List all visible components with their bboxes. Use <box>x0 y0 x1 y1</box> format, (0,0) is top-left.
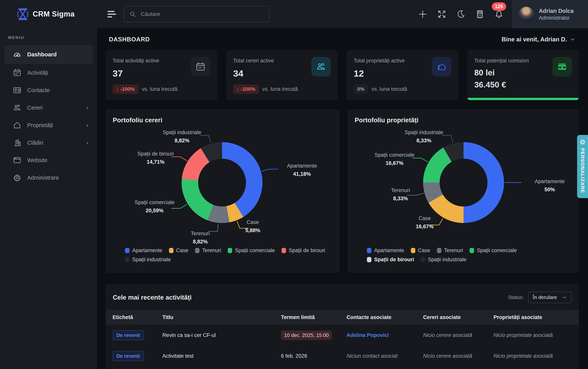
status-badge: De revenit <box>113 330 144 340</box>
legend-item[interactable]: Spații de birouri <box>367 257 414 263</box>
sidebar-item-cladiri[interactable]: Clădiri › <box>4 134 93 152</box>
fullscreen-button[interactable] <box>437 10 446 19</box>
legend-item[interactable]: Apartamente <box>125 247 162 254</box>
home-icon <box>13 121 21 130</box>
notifications-badge: 125 <box>492 2 506 11</box>
legend-label: Spații industriale <box>428 257 466 263</box>
sidebar-item-label: Proprietăți <box>27 122 53 129</box>
stat-card-cereri: Total cereri active 34 ↓-100% vs. luna t… <box>226 50 338 100</box>
sidebar-item-website[interactable]: Website <box>4 152 93 169</box>
chart-title: Portofoliu cereri <box>113 116 162 124</box>
legend-item[interactable]: Apartamente <box>367 247 404 254</box>
sidebar-item-activitati[interactable]: Activități <box>4 64 93 82</box>
personalize-tab[interactable]: ⚙ PERSONALIZARE <box>577 135 588 198</box>
search-box <box>124 6 269 22</box>
search-input[interactable] <box>124 6 269 22</box>
sidebar-nav: Dashboard Activități Contacte Cereri › P… <box>0 45 97 186</box>
gear-icon: ⚙ <box>580 139 586 145</box>
sidebar-item-label: Administrare <box>27 174 59 181</box>
legend-label: Spații de birouri <box>289 247 325 254</box>
status-label: Status: <box>508 294 524 300</box>
request-empty: Nicio cerere asociată <box>423 332 472 338</box>
hourglass-logo-icon <box>17 8 29 20</box>
col-proprietati: Proprietăți asociate <box>494 314 579 320</box>
table-row[interactable]: De revenitActivitate test6 feb. 2026Nici… <box>106 346 579 367</box>
chevron-right-icon: › <box>86 139 88 146</box>
stat-card-comision: Total potențial comision 80 lei 36.450 € <box>467 50 579 100</box>
slice-label-terenuri: Terenuri8,33% <box>377 186 424 203</box>
user-profile-button[interactable]: Adrian Dolca Administrator <box>512 0 588 28</box>
sidebar-item-label: Dashboard <box>27 51 57 58</box>
status-value: În derulare <box>533 294 557 300</box>
legend-swatch <box>125 248 130 253</box>
dark-mode-button[interactable] <box>456 10 465 19</box>
legend-swatch <box>470 248 474 253</box>
legend-item[interactable]: Case <box>169 247 188 254</box>
table-body: De revenitRevin ca sa-i cer CF-ul10 dec.… <box>106 325 579 367</box>
sidebar: CRM Sigma MENIU Dashboard Activități Con… <box>0 0 97 369</box>
slice-label-apartamente: Apartamente41,18% <box>279 162 325 178</box>
legend-item[interactable]: Spații comerciale <box>228 247 275 254</box>
sidebar-item-administrare[interactable]: Administrare <box>4 169 93 186</box>
legend-swatch <box>421 257 425 262</box>
donut-chart-proprietati[interactable] <box>423 142 504 223</box>
legend-item[interactable]: Spații de birouri <box>282 247 325 254</box>
notifications-button[interactable]: 125 <box>495 10 503 19</box>
legend-item[interactable]: Terenuri <box>437 247 463 254</box>
sidebar-item-contacte[interactable]: Contacte <box>4 82 93 99</box>
chevron-down-icon <box>570 37 576 42</box>
app-logo[interactable]: CRM Sigma <box>0 0 97 28</box>
chevron-down-icon <box>562 295 567 300</box>
portfolio-proprietati-panel: Portofoliu proprietăți Apartamente50% Ca… <box>348 109 579 273</box>
slice-label-industriale: Spații industriale8,82% <box>159 129 205 145</box>
recent-activities-panel: Cele mai recente activități Status: În d… <box>106 284 579 369</box>
add-button[interactable] <box>418 10 427 19</box>
status-select[interactable]: În derulare <box>528 292 572 303</box>
trend-badge: -100% <box>120 86 135 92</box>
legend-swatch <box>437 248 441 253</box>
browser-icon <box>13 156 21 164</box>
sidebar-item-label: Cereri <box>27 105 42 111</box>
legend-item[interactable]: Spații industriale <box>125 257 171 263</box>
legend-label: Case <box>418 247 430 254</box>
users-icon <box>13 103 21 112</box>
legend-label: Spații industriale <box>132 257 171 263</box>
user-name: Adrian Dolca <box>539 7 574 15</box>
legend-swatch <box>282 248 286 253</box>
donut-chart-cereri[interactable] <box>182 142 262 223</box>
calculator-button[interactable] <box>475 10 484 19</box>
menu-toggle-button[interactable] <box>108 11 116 18</box>
legend-item[interactable]: Case <box>411 247 430 254</box>
legend-item[interactable]: Spații industriale <box>421 257 466 263</box>
legend-label: Spații de birouri <box>374 257 414 263</box>
activity-title: Revin ca sa-i cer CF-ul <box>162 332 216 338</box>
slice-label-comerciale: Spații comerciale20,59% <box>131 198 178 215</box>
contact-empty: Niciun contact asociat <box>347 353 398 359</box>
legend-swatch <box>125 257 130 262</box>
table-row[interactable]: De revenitRevin ca sa-i cer CF-ul10 dec.… <box>106 325 579 346</box>
legend-item[interactable]: Spații comerciale <box>470 247 517 254</box>
slice-label-terenuri: Terenuri8,82% <box>177 230 224 246</box>
contact-link[interactable]: Adelina Popovici <box>347 332 389 338</box>
legend-item[interactable]: Terenuri <box>195 247 221 254</box>
chart-legend: ApartamenteCaseTerenuriSpații comerciale… <box>367 247 567 263</box>
commission-accent-bar <box>467 98 579 100</box>
legend-swatch <box>367 248 371 253</box>
chevron-right-icon: › <box>86 104 88 111</box>
col-cereri: Cereri asociate <box>423 314 494 320</box>
users-icon <box>311 57 331 76</box>
charts-row: Portofoliu cereri Apartamente41,18% Case… <box>106 109 579 273</box>
legend-swatch <box>195 248 199 253</box>
property-empty: Nicio proprietate asociată <box>494 353 553 359</box>
welcome-dropdown[interactable]: Bine ai venit, Adrian D. <box>502 36 576 43</box>
stat-card-proprietati: Total proprietăți active 12 0% vs. luna … <box>347 50 458 100</box>
stat-trend: ↓-100% vs. luna trecută <box>233 84 298 94</box>
sidebar-item-dashboard[interactable]: Dashboard <box>4 45 93 64</box>
sidebar-item-cereri[interactable]: Cereri › <box>4 99 93 116</box>
sidebar-item-label: Activități <box>27 70 48 76</box>
legend-label: Spații comerciale <box>235 247 275 254</box>
sidebar-item-proprietati[interactable]: Proprietăți › <box>4 116 93 134</box>
menu-section-label: MENIU <box>8 35 97 40</box>
slice-label-case: Case16,67% <box>401 215 448 231</box>
sidebar-item-label: Clădiri <box>27 140 43 146</box>
